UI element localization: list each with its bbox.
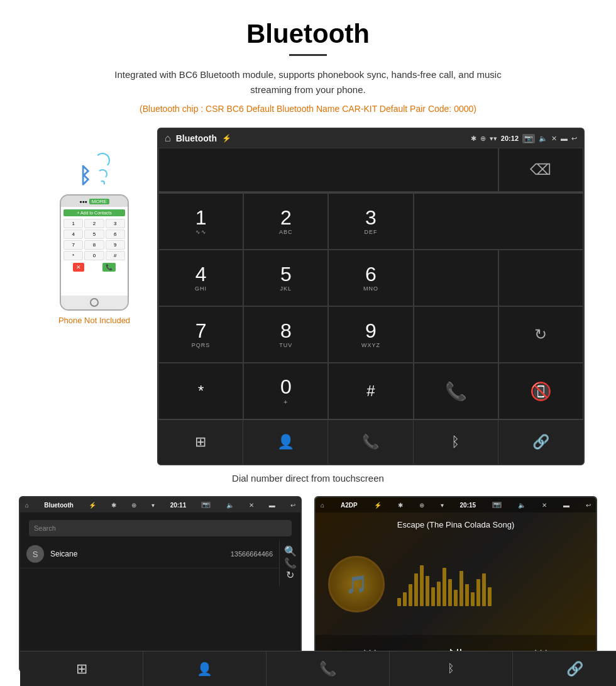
phone-icon-button[interactable]: 📞 [328,420,413,464]
wifi-waves-icon [95,153,110,185]
pb-person-btn[interactable]: 👤 [143,651,267,672]
pb-search-icon[interactable]: 🔍 [284,545,297,557]
pb-right-icons: 🔍 📞 ↻ [279,540,300,586]
eq-bar [420,565,424,606]
phone-key-6: 6 [106,230,125,239]
eq-bar [426,576,429,606]
dial-key-3[interactable]: 3 DEF [328,193,413,250]
music-usb-icon: ⚡ [374,502,382,509]
status-right: ✱ ⊕ ▾▾ 20:12 📷 🔈 ✕ ▬ ↩ [471,134,577,143]
dial-key-7[interactable]: 7 PQRS [158,306,243,363]
eq-bar [471,592,475,606]
phone-key-0: 0 [84,251,104,260]
pb-close-icon: ✕ [249,502,254,509]
pb-bottom-bar: ⊞ 👤 📞 ᛒ 🔗 [20,651,302,672]
dial-empty-4 [414,306,498,363]
phone-illustration-section: ᛒ ●●● MORE + Add to Contacts 1 2 3 4 5 [31,128,157,325]
dial-empty-2 [414,250,498,306]
dial-key-5[interactable]: 5 JKL [243,250,328,306]
android-dialer-screen: ⌂ Bluetooth ⚡ ✱ ⊕ ▾▾ 20:12 📷 🔈 ✕ ▬ ↩ ⌫ [157,128,585,465]
dial-key-2[interactable]: 2 ABC [243,193,328,250]
song-title: Escape (The Pina Colada Song) [316,512,596,533]
backspace-button[interactable]: ⌫ [498,148,583,192]
pb-grid-btn[interactable]: ⊞ [20,651,143,672]
link-icon-button[interactable]: 🔗 [498,420,583,464]
pb-camera-icon: 📷 [201,502,211,508]
bottom-screenshots-row: ⌂ Bluetooth ⚡ ✱ ⊕ ▾ 20:11 📷 🔈 ✕ ▬ ↩ Sear… [0,496,616,686]
pb-phone-btn[interactable]: 📞 [267,651,302,672]
eq-bar [459,571,463,606]
phone-key-4: 4 [63,230,83,239]
pb-bt-icon: ✱ [111,502,116,509]
music-signal-icon: ▾ [441,502,444,509]
subtitle-text: Integrated with BC6 Bluetooth module, su… [113,67,503,97]
contacts-icon-button[interactable]: 👤 [243,420,328,464]
pb-signal-icon: ▾ [151,502,155,509]
music-note-icon: 🎵 [346,574,368,595]
pb-person-icon: 👤 [197,661,212,673]
person-icon: 👤 [277,434,294,450]
pb-reload-icon-right[interactable]: ↻ [286,569,294,581]
phone-home-button [90,298,99,307]
eq-bar [397,598,401,606]
status-left: ⌂ Bluetooth ⚡ [165,133,231,144]
grid-icon: ⊞ [195,434,206,450]
call-end-button[interactable]: 📵 [498,363,583,419]
music-close-icon: ✕ [542,502,547,509]
phone-key-star: * [63,251,83,260]
music-home-icon: ⌂ [321,502,324,509]
camera-icon: 📷 [522,134,535,143]
main-content-area: ᛒ ●●● MORE + Add to Contacts 1 2 3 4 5 [0,128,616,465]
end-call-btn: ✕ [73,263,84,272]
dialpad-icon-button[interactable]: ⊞ [158,420,243,464]
gps-icon: ⊕ [480,135,486,143]
pb-content-area: S Seicane 13566664466 🔍 📞 ↻ [20,540,300,586]
dial-key-hash[interactable]: # [328,363,413,419]
pb-win-icon: ▬ [269,502,275,509]
music-win-icon: ▬ [563,502,569,509]
music-back-icon: ↩ [586,502,591,509]
eq-bar [454,590,458,606]
pb-phone-icon-right[interactable]: 📞 [284,557,297,569]
pb-status-bar: ⌂ Bluetooth ⚡ ✱ ⊕ ▾ 20:11 📷 🔈 ✕ ▬ ↩ [20,497,300,512]
dial-key-0[interactable]: 0 + [243,363,328,419]
bluetooth-bottom-button[interactable]: ᛒ [414,420,498,464]
phone-key-8: 8 [84,240,104,250]
phone-screen-content: + Add to Contacts 1 2 3 4 5 6 7 8 9 * 0 … [61,207,128,296]
dialer-bottom-bar: ⊞ 👤 📞 ᛒ 🔗 [158,419,583,464]
contact-row[interactable]: S Seicane 13566664466 [20,540,279,568]
dial-key-9[interactable]: 9 WXYZ [328,306,413,363]
dial-key-6[interactable]: 6 MNO [328,250,413,306]
music-title-bar: A2DP [341,502,358,509]
phone-key-7: 7 [63,240,83,250]
music-status-bar: ⌂ A2DP ⚡ ✱ ⊕ ▾ 20:15 📷 🔈 ✕ ▬ ↩ [316,497,596,512]
phone-icon: 📞 [362,434,379,450]
dial-key-8[interactable]: 8 TUV [243,306,328,363]
volume-icon: 🔈 [539,135,547,143]
back-icon: ↩ [571,135,577,143]
contact-name: Seicane [50,550,231,558]
backspace-icon: ⌫ [530,161,551,179]
phone-key-1: 1 [63,219,83,228]
dial-empty-3 [498,250,583,306]
contact-letter: S [33,550,38,559]
reload-button[interactable]: ↻ [498,306,583,363]
music-gps-icon: ⊕ [419,502,424,509]
home-icon: ⌂ [165,133,171,144]
pb-usb-icon: ⚡ [89,502,96,509]
phone-keypad: 1 2 3 4 5 6 7 8 9 * 0 # [63,219,125,260]
dial-empty-1 [414,193,583,250]
dial-key-1[interactable]: 1 ∿∿ [158,193,243,250]
bt-status-icon: ✱ [471,135,476,143]
eq-bar [448,579,452,606]
eq-bar [465,584,469,606]
pb-search-input[interactable]: Search [29,520,292,536]
bluetooth-bottom-icon: ᛒ [451,434,459,450]
call-accept-button[interactable]: 📞 [414,363,498,419]
phone-not-included-label: Phone Not Included [58,316,130,325]
phone-bottom-bar [61,296,128,309]
dial-key-4[interactable]: 4 GHI [158,250,243,306]
dial-key-star[interactable]: * [158,363,243,419]
time-display: 20:12 [501,135,519,142]
eq-bar [482,573,486,606]
